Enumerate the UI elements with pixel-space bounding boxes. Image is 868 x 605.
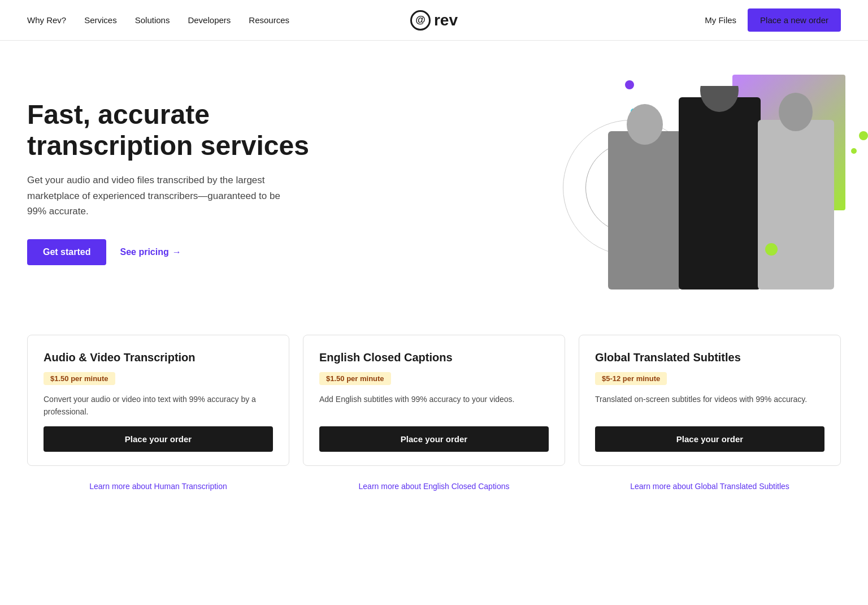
- card-subtitles-desc: Translated on-screen subtitles for video…: [595, 393, 824, 405]
- hero-content: Fast, accurate transcription services Ge…: [27, 99, 344, 265]
- learn-more-section: Learn more about Human Transcription Lea…: [0, 477, 868, 513]
- nav-solutions[interactable]: Solutions: [135, 15, 170, 25]
- learn-more-transcription[interactable]: Learn more about Human Transcription: [27, 482, 289, 491]
- nav-developers[interactable]: Developers: [188, 15, 231, 25]
- hero-title: Fast, accurate transcription services: [27, 99, 344, 161]
- hero-visual: [574, 75, 868, 289]
- svg-point-5: [779, 93, 813, 131]
- nav-services[interactable]: Services: [84, 15, 117, 25]
- card-transcription-order-button[interactable]: Place your order: [44, 426, 273, 452]
- card-transcription: Audio & Video Transcription $1.50 per mi…: [27, 335, 289, 466]
- navbar: Why Rev? Services Solutions Developers R…: [0, 0, 868, 41]
- see-pricing-link[interactable]: See pricing →: [120, 247, 181, 257]
- card-transcription-desc: Convert your audio or video into text wi…: [44, 393, 273, 418]
- card-subtitles: Global Translated Subtitles $5-12 per mi…: [579, 335, 841, 466]
- hero-subtitle: Get your audio and video files transcrib…: [27, 172, 298, 219]
- card-subtitles-price: $5-12 per minute: [595, 372, 667, 385]
- place-new-order-button[interactable]: Place a new order: [748, 8, 841, 32]
- svg-point-1: [627, 104, 663, 145]
- card-captions-desc: Add English subtitles with 99% accuracy …: [319, 393, 549, 405]
- nav-links-left: Why Rev? Services Solutions Developers R…: [27, 15, 289, 25]
- rev-at-icon: @: [410, 10, 431, 31]
- card-subtitles-title: Global Translated Subtitles: [595, 351, 824, 364]
- arrow-icon: →: [172, 247, 181, 257]
- service-cards-section: Audio & Video Transcription $1.50 per mi…: [0, 312, 868, 477]
- hero-people-illustration: [574, 86, 868, 289]
- get-started-button[interactable]: Get started: [27, 239, 106, 265]
- card-transcription-title: Audio & Video Transcription: [44, 351, 273, 364]
- svg-rect-2: [679, 97, 761, 289]
- learn-more-captions[interactable]: Learn more about English Closed Captions: [303, 482, 565, 491]
- hero-actions: Get started See pricing →: [27, 239, 344, 265]
- learn-more-subtitles[interactable]: Learn more about Global Translated Subti…: [579, 482, 841, 491]
- nav-logo[interactable]: @ rev: [410, 10, 458, 31]
- card-captions-order-button[interactable]: Place your order: [319, 426, 549, 452]
- nav-my-files[interactable]: My Files: [705, 15, 736, 25]
- svg-rect-0: [608, 131, 682, 289]
- hero-dot-yellow-bottom: [765, 243, 778, 256]
- card-transcription-price: $1.50 per minute: [44, 372, 115, 385]
- card-captions: English Closed Captions $1.50 per minute…: [303, 335, 565, 466]
- logo-wordmark: rev: [434, 11, 458, 29]
- card-captions-title: English Closed Captions: [319, 351, 549, 364]
- nav-resources[interactable]: Resources: [249, 15, 289, 25]
- nav-why-rev[interactable]: Why Rev?: [27, 15, 66, 25]
- see-pricing-text: See pricing: [120, 247, 168, 257]
- card-captions-price: $1.50 per minute: [319, 372, 391, 385]
- svg-rect-4: [758, 120, 834, 289]
- card-subtitles-order-button[interactable]: Place your order: [595, 426, 824, 452]
- hero-section: Fast, accurate transcription services Ge…: [0, 41, 868, 312]
- nav-right: My Files Place a new order: [705, 8, 841, 32]
